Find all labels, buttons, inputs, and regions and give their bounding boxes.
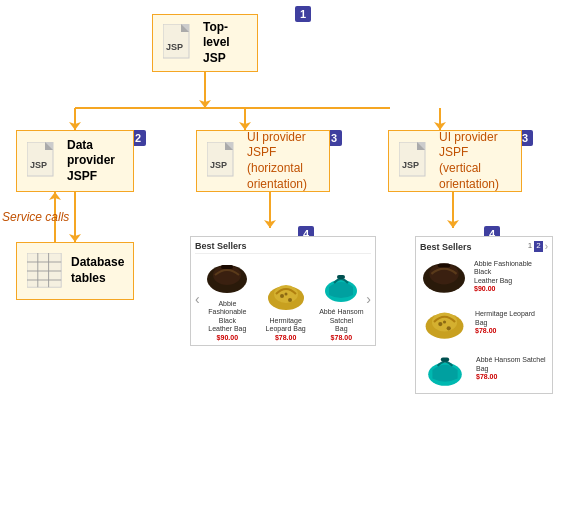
svg-text:JSP: JSP bbox=[30, 160, 47, 170]
jsp-file-icon-dataprovider: JSP bbox=[27, 142, 59, 180]
product-price-v2: $78.00 bbox=[475, 327, 548, 334]
svg-rect-43 bbox=[438, 263, 451, 267]
svg-point-46 bbox=[438, 322, 442, 326]
node-ui-horizontal: JSP UI provider JSPF(horizontalorientati… bbox=[196, 130, 330, 192]
product-image-h2 bbox=[264, 274, 308, 314]
toplevel-label: Top-level JSP bbox=[203, 20, 247, 67]
product-widget-vertical: Best Sellers 1 2 › Abbie Fashionable Bla… bbox=[415, 236, 553, 394]
node-database: Database tables bbox=[16, 242, 134, 300]
product-price-v1: $90.00 bbox=[474, 285, 548, 292]
best-sellers-title-vert: Best Sellers bbox=[420, 242, 472, 252]
svg-point-37 bbox=[288, 298, 292, 302]
product-item-h2: Hermitage Leopard Bag $78.00 bbox=[259, 274, 312, 341]
product-name-h1: Abbie Fashionable BlackLeather Bag bbox=[200, 300, 255, 334]
product-name-v3: Abbé Hansom SatchelBag bbox=[476, 356, 546, 373]
uivert-label: UI provider JSPF(verticalorientation) bbox=[439, 130, 511, 192]
product-widget-horizontal: Best Sellers ‹ Abbie Fashionable BlackLe… bbox=[190, 236, 376, 346]
svg-point-48 bbox=[443, 320, 446, 323]
product-item-h1: Abbie Fashionable BlackLeather Bag $90.0… bbox=[200, 257, 255, 341]
svg-point-47 bbox=[447, 326, 451, 330]
product-item-v1: Abbie Fashionable BlackLeather Bag $90.0… bbox=[420, 255, 548, 297]
svg-point-36 bbox=[280, 294, 284, 298]
product-image-v2 bbox=[420, 301, 469, 343]
pagination: 1 2 › bbox=[528, 241, 548, 252]
svg-rect-33 bbox=[221, 265, 233, 269]
best-sellers-title-horiz: Best Sellers bbox=[195, 241, 371, 254]
vert-next-arrow[interactable]: › bbox=[545, 241, 548, 252]
jsp-file-icon-uihoriz: JSP bbox=[207, 142, 239, 180]
db-table-icon bbox=[27, 253, 63, 289]
uihoriz-label: UI provider JSPF(horizontalorientation) bbox=[247, 130, 319, 192]
jsp-file-icon-toplevel: JSP bbox=[163, 24, 195, 62]
jsp-file-icon-uivert: JSP bbox=[399, 142, 431, 180]
product-name-h2: Hermitage Leopard Bag bbox=[259, 317, 312, 334]
page-total: 2 bbox=[534, 241, 542, 252]
product-item-v3: Abbé Hansom SatchelBag $78.00 bbox=[420, 347, 548, 389]
product-name-h3: Abbé Hansom SatchelBag bbox=[316, 308, 366, 333]
node-dataprovider: JSP Data provider JSPF bbox=[16, 130, 134, 192]
svg-rect-50 bbox=[441, 358, 449, 362]
badge-1: 1 bbox=[295, 6, 311, 22]
dataprovider-label: Data provider JSPF bbox=[67, 138, 123, 185]
carousel-nav-horiz: ‹ Abbie Fashionable BlackLeather Bag $90… bbox=[195, 257, 371, 341]
svg-rect-25 bbox=[27, 253, 61, 287]
product-image-v1 bbox=[420, 255, 468, 297]
horizontal-products-list: Abbie Fashionable BlackLeather Bag $90.0… bbox=[200, 257, 367, 341]
node-toplevel: JSP Top-level JSP bbox=[152, 14, 258, 72]
svg-text:JSP: JSP bbox=[166, 42, 183, 52]
product-image-h1 bbox=[205, 257, 249, 297]
vertical-widget-header: Best Sellers 1 2 › bbox=[420, 241, 548, 252]
product-price-h1: $90.00 bbox=[200, 334, 255, 341]
svg-text:JSP: JSP bbox=[402, 160, 419, 170]
svg-text:JSP: JSP bbox=[210, 160, 227, 170]
svg-point-38 bbox=[284, 292, 287, 295]
product-image-h3 bbox=[319, 265, 363, 305]
next-arrow[interactable]: › bbox=[366, 291, 371, 307]
service-calls-label: Service calls bbox=[2, 210, 69, 224]
product-item-v2: Hermitage Leopard Bag $78.00 bbox=[420, 301, 548, 343]
product-name-v2: Hermitage Leopard Bag bbox=[475, 310, 548, 327]
product-price-v3: $78.00 bbox=[476, 373, 546, 380]
svg-rect-40 bbox=[337, 275, 345, 279]
page-num: 1 bbox=[528, 241, 532, 252]
product-price-h2: $78.00 bbox=[259, 334, 312, 341]
diagram: 1 JSP Top-level JSP 2 JSP Data provider … bbox=[0, 0, 567, 516]
database-label: Database tables bbox=[71, 255, 124, 286]
product-price-h3: $78.00 bbox=[316, 334, 366, 341]
product-item-h3: Abbé Hansom SatchelBag $78.00 bbox=[316, 265, 366, 340]
vertical-products-list: Abbie Fashionable BlackLeather Bag $90.0… bbox=[420, 255, 548, 389]
node-ui-vertical: JSP UI provider JSPF(verticalorientation… bbox=[388, 130, 522, 192]
product-image-v3 bbox=[420, 347, 470, 389]
product-name-v1: Abbie Fashionable BlackLeather Bag bbox=[474, 260, 548, 285]
